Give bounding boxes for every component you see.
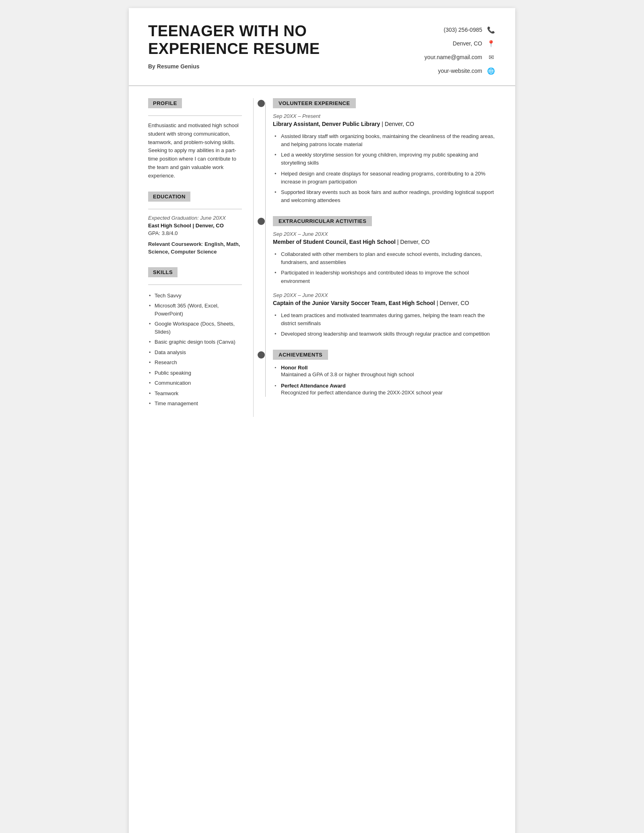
email-icon: ✉ — [486, 52, 496, 62]
achievement-desc: Maintained a GPA of 3.8 or higher throug… — [281, 371, 496, 379]
bullet-item: Led a weekly storytime session for young… — [273, 150, 496, 168]
header: TEENAGER WITH NO EXPERIENCE RESUME By Re… — [129, 8, 515, 86]
achievement-item: Honor RollMaintained a GPA of 3.8 or hig… — [273, 365, 496, 379]
resume-title: TEENAGER WITH NO EXPERIENCE RESUME — [148, 23, 341, 58]
extracurricular-header: EXTRACURRICULAR ACTIVITIES — [273, 216, 372, 226]
skills-header-row: SKILLS — [148, 267, 242, 283]
website-text: your-website.com — [438, 68, 482, 74]
skill-item: Time management — [148, 398, 242, 409]
header-left: TEENAGER WITH NO EXPERIENCE RESUME By Re… — [148, 23, 341, 70]
skill-item: Tech Savvy — [148, 291, 242, 301]
profile-section: PROFILE Enthusiastic and motivated high … — [148, 98, 242, 180]
skills-section: SKILLS Tech SavvyMicrosoft 365 (Word, Ex… — [148, 267, 242, 409]
education-header-row: EDUCATION — [148, 192, 242, 207]
skills-divider — [148, 285, 242, 285]
gpa: GPA: 3.8/4.0 — [148, 230, 242, 236]
profile-header-row: PROFILE — [148, 98, 242, 114]
volunteer-entries: Sep 20XX – PresentLibrary Assistant, Den… — [273, 113, 496, 206]
website-row: your-website.com 🌐 — [438, 66, 496, 76]
entry: Sep 20XX – June 20XXMember of Student Co… — [273, 231, 496, 287]
phone-icon: 📞 — [486, 25, 496, 35]
achievements-header-row: ACHIEVEMENTS — [273, 350, 496, 360]
entry-title: Member of Student Council, East High Sch… — [273, 239, 496, 245]
left-column: PROFILE Enthusiastic and motivated high … — [129, 98, 254, 417]
skill-item: Research — [148, 357, 242, 368]
bullet-item: Assisted library staff with organizing b… — [273, 131, 496, 150]
profile-text: Enthusiastic and motivated high school s… — [148, 122, 242, 180]
volunteer-header: VOLUNTEER EXPERIENCE — [273, 98, 356, 108]
right-column: VOLUNTEER EXPERIENCE Sep 20XX – PresentL… — [254, 98, 515, 417]
skill-item: Public speaking — [148, 368, 242, 378]
entry-date: Sep 20XX – Present — [273, 113, 496, 119]
profile-divider — [148, 115, 242, 116]
entry: Sep 20XX – PresentLibrary Assistant, Den… — [273, 113, 496, 206]
entry-title: Library Assistant, Denver Public Library… — [273, 121, 496, 127]
email-text: your.name@gmail.com — [425, 54, 482, 60]
entry: Sep 20XX – June 20XXCaptain of the Junio… — [273, 292, 496, 339]
achievement-title: Perfect Attendance Award — [281, 383, 496, 389]
achievement-item: Perfect Attendance AwardRecognized for p… — [273, 383, 496, 397]
volunteer-dot — [258, 100, 265, 107]
skill-item: Basic graphic design tools (Canva) — [148, 337, 242, 347]
skill-item: Google Workspace (Docs, Sheets, Slides) — [148, 319, 242, 337]
bullet-item: Helped design and create displays for se… — [273, 169, 496, 187]
bullet-list: Assisted library staff with organizing b… — [273, 131, 496, 206]
volunteer-header-row: VOLUNTEER EXPERIENCE — [273, 98, 496, 108]
entry-date: Sep 20XX – June 20XX — [273, 292, 496, 298]
bullet-list: Led team practices and motivated teammat… — [273, 310, 496, 339]
achievements-section: ACHIEVEMENTS Honor RollMaintained a GPA … — [273, 350, 496, 397]
skill-item: Communication — [148, 378, 242, 388]
extracurricular-header-row: EXTRACURRICULAR ACTIVITIES — [273, 216, 496, 226]
volunteer-section: VOLUNTEER EXPERIENCE Sep 20XX – PresentL… — [273, 98, 496, 206]
body: PROFILE Enthusiastic and motivated high … — [129, 86, 515, 429]
graduation-date: Expected Graduation: June 20XX — [148, 215, 242, 221]
bullet-item: Led team practices and motivated teammat… — [273, 310, 496, 329]
school-name: East High School | Denver, CO — [148, 223, 242, 229]
achievement-items: Honor RollMaintained a GPA of 3.8 or hig… — [273, 365, 496, 397]
phone-text: (303) 256-0985 — [444, 27, 482, 33]
email-row: your.name@gmail.com ✉ — [425, 52, 496, 62]
byline: By Resume Genius — [148, 63, 341, 70]
extracurricular-section: EXTRACURRICULAR ACTIVITIES Sep 20XX – Ju… — [273, 216, 496, 339]
skills-header: SKILLS — [148, 267, 178, 277]
profile-header: PROFILE — [148, 98, 182, 108]
skill-item: Teamwork — [148, 388, 242, 399]
skills-list: Tech SavvyMicrosoft 365 (Word, Excel, Po… — [148, 291, 242, 409]
bullet-item: Collaborated with other members to plan … — [273, 249, 496, 268]
achievements-header: ACHIEVEMENTS — [273, 350, 328, 360]
entry-date: Sep 20XX – June 20XX — [273, 231, 496, 237]
contact-info: (303) 256-0985 📞 Denver, CO 📍 your.name@… — [425, 23, 496, 76]
education-divider — [148, 209, 242, 209]
right-col-inner: VOLUNTEER EXPERIENCE Sep 20XX – PresentL… — [254, 98, 496, 397]
coursework: Relevant Coursework: English, Math, Scie… — [148, 240, 242, 256]
location-text: Denver, CO — [453, 40, 482, 47]
extracurricular-dot — [258, 218, 265, 225]
extracurricular-entries: Sep 20XX – June 20XXMember of Student Co… — [273, 231, 496, 339]
achievements-dot — [258, 351, 265, 359]
skill-item: Data analysis — [148, 347, 242, 358]
achievement-title: Honor Roll — [281, 365, 496, 371]
bullet-item: Participated in leadership workshops and… — [273, 268, 496, 286]
education-section: EDUCATION Expected Graduation: June 20XX… — [148, 192, 242, 256]
phone-row: (303) 256-0985 📞 — [444, 25, 496, 35]
resume-page: TEENAGER WITH NO EXPERIENCE RESUME By Re… — [129, 8, 515, 833]
website-icon: 🌐 — [486, 66, 496, 76]
coursework-label: Relevant Coursework — [148, 241, 202, 247]
bullet-list: Collaborated with other members to plan … — [273, 249, 496, 287]
location-row: Denver, CO 📍 — [453, 39, 496, 48]
entry-title: Captain of the Junior Varsity Soccer Tea… — [273, 300, 496, 306]
education-header: EDUCATION — [148, 192, 190, 202]
skill-item: Microsoft 365 (Word, Excel, PowerPoint) — [148, 301, 242, 319]
bullet-item: Developed strong leadership and teamwork… — [273, 329, 496, 339]
achievement-desc: Recognized for perfect attendance during… — [281, 389, 496, 397]
bullet-item: Supported library events such as book fa… — [273, 187, 496, 206]
location-icon: 📍 — [486, 39, 496, 48]
